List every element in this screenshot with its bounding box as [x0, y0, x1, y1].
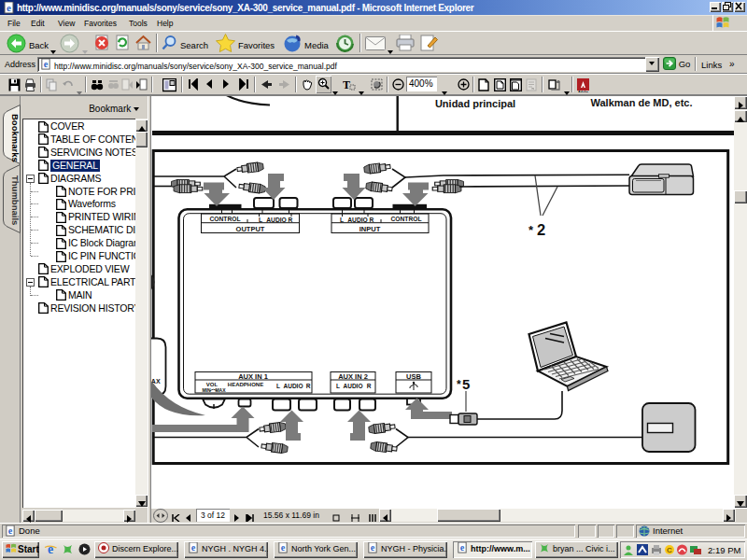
svg-text:MIN: MIN [202, 387, 211, 393]
svg-text:AUDIO: AUDIO [344, 383, 363, 389]
svg-text:AUX IN 1: AUX IN 1 [238, 372, 268, 381]
svg-text:AUDIO: AUDIO [284, 383, 303, 389]
svg-text:L: L [259, 217, 262, 223]
svg-text:L: L [276, 383, 280, 389]
svg-text:2: 2 [537, 221, 545, 238]
svg-text:*: * [457, 378, 461, 391]
svg-text:L: L [340, 217, 344, 223]
svg-text:AUX IN 2: AUX IN 2 [338, 372, 368, 381]
svg-text:USB: USB [406, 372, 421, 381]
svg-text:VOL: VOL [206, 382, 218, 387]
svg-text:HEADPHONE: HEADPHONE [228, 382, 263, 387]
svg-text:e: e [44, 59, 49, 69]
svg-text:e: e [8, 525, 13, 536]
svg-text:Walkman de MD, etc.: Walkman de MD, etc. [590, 97, 692, 108]
svg-text:e: e [371, 542, 375, 553]
svg-text:R: R [289, 217, 293, 223]
svg-text:CONTROL: CONTROL [209, 216, 240, 222]
svg-text:C: C [667, 546, 672, 554]
svg-text:R: R [306, 383, 311, 389]
svg-text:Thumbnails: Thumbnails [10, 175, 21, 225]
svg-text:*: * [529, 223, 534, 237]
svg-text:OUTPUT: OUTPUT [236, 225, 265, 233]
svg-text:e: e [281, 542, 286, 553]
svg-text:MAX: MAX [215, 387, 226, 393]
svg-text:e: e [191, 542, 196, 553]
svg-text:T: T [343, 78, 350, 91]
svg-text:Unidad principal: Unidad principal [435, 98, 515, 109]
svg-text:R: R [367, 383, 372, 389]
svg-text:5: 5 [462, 376, 470, 392]
svg-text:e: e [48, 542, 53, 555]
svg-text:Bookmarks: Bookmarks [10, 114, 21, 162]
svg-text:R: R [370, 217, 374, 223]
svg-text:e: e [7, 2, 11, 13]
svg-text:e: e [460, 542, 465, 553]
svg-text:Adobe: Adobe [578, 91, 588, 92]
svg-text:INPUT: INPUT [359, 225, 381, 233]
svg-text:CONTROL: CONTROL [390, 216, 421, 222]
svg-text:AUDIO: AUDIO [347, 217, 368, 223]
svg-text:AUDIO: AUDIO [266, 217, 287, 223]
svg-text:L: L [336, 383, 340, 389]
